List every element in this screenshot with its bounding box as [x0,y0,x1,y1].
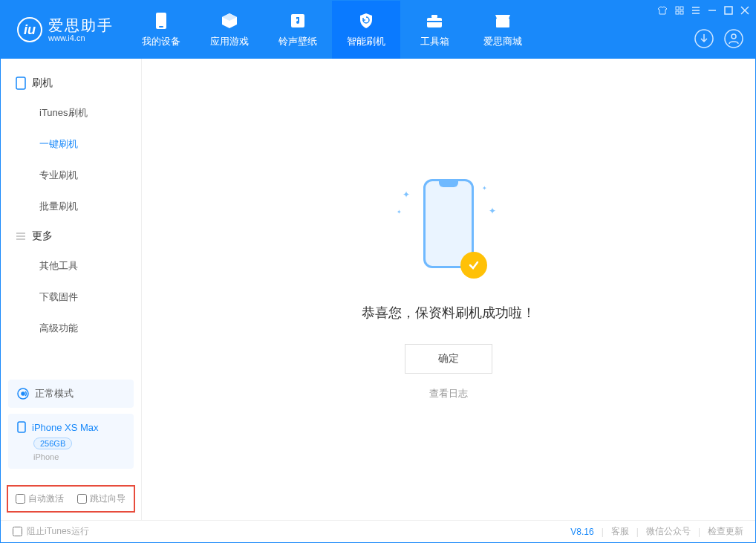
download-icon[interactable] [694,29,714,48]
svg-rect-5 [427,21,442,22]
svg-rect-21 [16,77,25,89]
svg-rect-3 [427,18,442,27]
grid-icon[interactable] [675,6,684,15]
version-label[interactable]: V8.16 [570,527,593,537]
svg-rect-8 [680,7,683,10]
tshirt-icon[interactable] [657,5,668,16]
maximize-icon[interactable] [724,6,733,15]
svg-rect-10 [680,11,683,14]
skip-guide-checkbox[interactable]: 跳过向导 [77,492,126,505]
header-actions [694,29,743,48]
sidebar-group-more: 更多 [1,222,141,250]
tab-my-device[interactable]: 我的设备 [127,1,195,59]
shop-icon [494,11,512,30]
device-type: iPhone [33,452,125,461]
sidebar-item-download-firmware[interactable]: 下载固件 [1,282,141,313]
svg-rect-6 [496,19,509,27]
titlebar-controls [657,5,749,16]
app-header: iu 爱思助手 www.i4.cn 我的设备 应用游戏 铃声壁纸 智能刷机 工具… [1,1,755,59]
svg-rect-15 [725,7,732,14]
tab-toolbox[interactable]: 工具箱 [400,1,469,59]
auto-activate-checkbox[interactable]: 自动激活 [16,492,64,505]
close-icon[interactable] [740,6,749,15]
tab-smart-flash[interactable]: 智能刷机 [332,1,400,59]
list-icon [16,231,26,241]
tab-apps-games[interactable]: 应用游戏 [195,1,264,59]
svg-rect-4 [431,15,437,18]
cube-icon [221,11,238,30]
device-name-label: iPhone XS Max [32,422,99,433]
svg-rect-7 [676,7,679,10]
wechat-link[interactable]: 微信公众号 [646,525,691,538]
app-title: 爱思助手 [48,17,114,33]
sidebar-item-batch-flash[interactable]: 批量刷机 [1,191,141,222]
sidebar-group-flash: 刷机 [1,69,141,97]
support-link[interactable]: 客服 [611,525,629,538]
ok-button[interactable]: 确定 [405,344,492,374]
logo-area: iu 爱思助手 www.i4.cn [1,17,127,42]
svg-point-26 [22,392,25,395]
svg-rect-1 [159,26,163,27]
svg-point-20 [731,34,736,39]
logo-icon: iu [17,17,42,42]
sidebar-item-itunes-flash[interactable]: iTunes刷机 [1,97,141,129]
tab-store[interactable]: 爱思商城 [469,1,537,59]
sidebar: 刷机 iTunes刷机 一键刷机 专业刷机 批量刷机 更多 其他工具 下载固件 … [1,59,142,520]
svg-rect-27 [18,422,25,432]
app-site: www.i4.cn [48,33,114,42]
phone-small-icon [17,421,26,433]
device-capacity: 256GB [33,438,72,449]
view-log-link[interactable]: 查看日志 [429,387,468,400]
device-icon [16,77,26,90]
sidebar-item-advanced[interactable]: 高级功能 [1,313,141,344]
svg-rect-9 [676,11,679,14]
check-update-link[interactable]: 检查更新 [708,525,743,538]
nav-tabs: 我的设备 应用游戏 铃声壁纸 智能刷机 工具箱 爱思商城 [127,1,537,59]
mode-box[interactable]: 正常模式 [8,380,134,408]
music-note-icon [290,11,306,30]
phone-icon [155,11,167,30]
success-illustration: ✦✦ ✦✦ [397,179,501,283]
block-itunes-checkbox[interactable]: 阻止iTunes运行 [13,525,89,538]
tab-ringtone-wallpaper[interactable]: 铃声壁纸 [264,1,332,59]
auto-options-row: 自动激活 跳过向导 [7,485,135,513]
minimize-icon[interactable] [708,6,717,15]
user-icon[interactable] [724,29,743,48]
device-box[interactable]: iPhone XS Max 256GB iPhone [8,414,134,469]
mode-icon [17,388,29,400]
check-badge-icon [460,252,487,279]
toolbox-icon [426,11,443,30]
success-message: 恭喜您，保资料刷机成功啦！ [362,304,535,322]
sidebar-item-oneclick-flash[interactable]: 一键刷机 [1,129,141,160]
sidebar-item-pro-flash[interactable]: 专业刷机 [1,160,141,191]
shield-refresh-icon [357,11,375,30]
sidebar-item-other-tools[interactable]: 其他工具 [1,250,141,282]
main-content: ✦✦ ✦✦ 恭喜您，保资料刷机成功啦！ 确定 查看日志 [142,59,755,520]
menu-icon[interactable] [691,6,700,15]
status-bar: 阻止iTunes运行 V8.16 | 客服 | 微信公众号 | 检查更新 [1,520,755,542]
